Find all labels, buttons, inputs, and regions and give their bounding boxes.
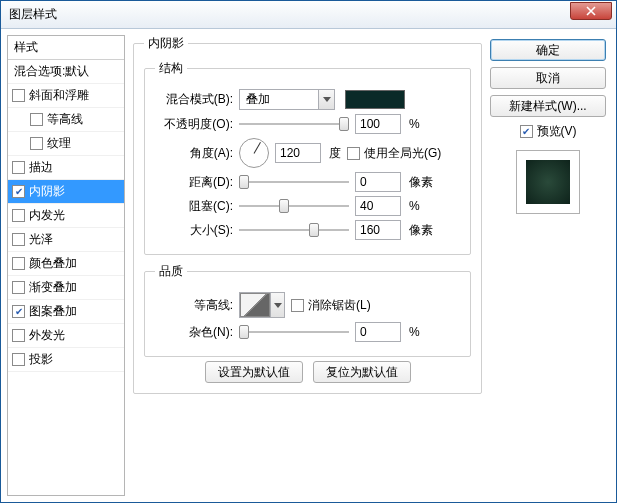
noise-label: 杂色(N): <box>155 324 233 341</box>
style-item-label: 颜色叠加 <box>29 255 77 272</box>
chevron-down-icon <box>270 293 284 317</box>
style-item[interactable]: 内阴影 <box>8 180 124 204</box>
contour-picker[interactable] <box>239 292 285 318</box>
style-item-label: 内发光 <box>29 207 65 224</box>
style-item[interactable]: 投影 <box>8 348 124 372</box>
layer-style-dialog: 图层样式 样式 混合选项:默认 斜面和浮雕等高线纹理描边内阴影内发光光泽颜色叠加… <box>0 0 617 503</box>
style-item-label: 描边 <box>29 159 53 176</box>
structure-legend: 结构 <box>155 60 187 77</box>
checkbox-icon <box>12 233 25 246</box>
right-column: 确定 取消 新建样式(W)... 预览(V) <box>490 35 610 496</box>
titlebar: 图层样式 <box>1 1 616 29</box>
opacity-unit: % <box>409 117 420 131</box>
styles-header: 样式 <box>8 36 124 60</box>
distance-slider[interactable] <box>239 174 349 190</box>
chevron-down-icon <box>318 90 334 109</box>
new-style-button[interactable]: 新建样式(W)... <box>490 95 606 117</box>
style-item-label: 等高线 <box>47 111 83 128</box>
style-item-label: 纹理 <box>47 135 71 152</box>
styles-list: 样式 混合选项:默认 斜面和浮雕等高线纹理描边内阴影内发光光泽颜色叠加渐变叠加图… <box>7 35 125 496</box>
panel-fieldset: 内阴影 结构 混合模式(B): 叠加 不透明度(O): <box>133 35 482 394</box>
opacity-input[interactable] <box>355 114 401 134</box>
checkbox-icon <box>12 185 25 198</box>
window-title: 图层样式 <box>9 6 57 23</box>
checkbox-icon <box>291 299 304 312</box>
checkbox-icon <box>12 281 25 294</box>
style-item-label: 光泽 <box>29 231 53 248</box>
structure-group: 结构 混合模式(B): 叠加 不透明度(O): % <box>144 60 471 255</box>
distance-input[interactable] <box>355 172 401 192</box>
blend-mode-label: 混合模式(B): <box>155 91 233 108</box>
angle-label: 角度(A): <box>155 145 233 162</box>
close-button[interactable] <box>570 2 612 20</box>
checkbox-icon <box>520 125 533 138</box>
cancel-button[interactable]: 取消 <box>490 67 606 89</box>
quality-group: 品质 等高线: 消除锯齿(L) 杂色(N): <box>144 263 471 357</box>
checkbox-icon <box>30 113 43 126</box>
style-item[interactable]: 内发光 <box>8 204 124 228</box>
choke-slider[interactable] <box>239 198 349 214</box>
style-item-label: 图案叠加 <box>29 303 77 320</box>
contour-thumb-icon <box>240 293 270 317</box>
checkbox-icon <box>12 329 25 342</box>
global-light-label: 使用全局光(G) <box>364 145 441 162</box>
style-item[interactable]: 颜色叠加 <box>8 252 124 276</box>
style-item[interactable]: 斜面和浮雕 <box>8 84 124 108</box>
checkbox-icon <box>12 257 25 270</box>
choke-label: 阻塞(C): <box>155 198 233 215</box>
checkbox-icon <box>12 305 25 318</box>
blend-options-label: 混合选项:默认 <box>14 63 89 80</box>
style-item[interactable]: 纹理 <box>8 132 124 156</box>
quality-legend: 品质 <box>155 263 187 280</box>
color-swatch[interactable] <box>345 90 405 109</box>
size-input[interactable] <box>355 220 401 240</box>
antialias-checkbox[interactable]: 消除锯齿(L) <box>291 297 371 314</box>
size-label: 大小(S): <box>155 222 233 239</box>
noise-input[interactable] <box>355 322 401 342</box>
style-item[interactable]: 描边 <box>8 156 124 180</box>
choke-input[interactable] <box>355 196 401 216</box>
opacity-slider[interactable] <box>239 116 349 132</box>
blend-mode-combo[interactable]: 叠加 <box>239 89 335 110</box>
preview-thumbnail <box>526 160 570 204</box>
make-default-button[interactable]: 设置为默认值 <box>205 361 303 383</box>
style-item-label: 投影 <box>29 351 53 368</box>
checkbox-icon <box>30 137 43 150</box>
size-slider[interactable] <box>239 222 349 238</box>
panel-title: 内阴影 <box>144 35 188 52</box>
blend-mode-value: 叠加 <box>240 91 318 108</box>
checkbox-icon <box>12 161 25 174</box>
opacity-label: 不透明度(O): <box>155 116 233 133</box>
choke-unit: % <box>409 199 420 213</box>
distance-label: 距离(D): <box>155 174 233 191</box>
ok-button[interactable]: 确定 <box>490 39 606 61</box>
angle-input[interactable] <box>275 143 321 163</box>
style-item-label: 渐变叠加 <box>29 279 77 296</box>
noise-unit: % <box>409 325 420 339</box>
checkbox-icon <box>12 209 25 222</box>
style-item[interactable]: 等高线 <box>8 108 124 132</box>
style-item[interactable]: 光泽 <box>8 228 124 252</box>
angle-dial[interactable] <box>239 138 269 168</box>
checkbox-icon <box>347 147 360 160</box>
style-item-label: 内阴影 <box>29 183 65 200</box>
antialias-label: 消除锯齿(L) <box>308 297 371 314</box>
style-item[interactable]: 渐变叠加 <box>8 276 124 300</box>
preview-label: 预览(V) <box>537 123 577 140</box>
preview-checkbox[interactable]: 预览(V) <box>490 123 606 140</box>
global-light-checkbox[interactable]: 使用全局光(G) <box>347 145 441 162</box>
close-icon <box>586 6 596 16</box>
checkbox-icon <box>12 89 25 102</box>
settings-panel: 内阴影 结构 混合模式(B): 叠加 不透明度(O): <box>125 35 490 496</box>
noise-slider[interactable] <box>239 324 349 340</box>
preview-box <box>516 150 580 214</box>
reset-default-button[interactable]: 复位为默认值 <box>313 361 411 383</box>
distance-unit: 像素 <box>409 174 433 191</box>
style-item[interactable]: 外发光 <box>8 324 124 348</box>
style-item[interactable]: 图案叠加 <box>8 300 124 324</box>
style-item-label: 外发光 <box>29 327 65 344</box>
size-unit: 像素 <box>409 222 433 239</box>
blend-options-row[interactable]: 混合选项:默认 <box>8 60 124 84</box>
checkbox-icon <box>12 353 25 366</box>
style-item-label: 斜面和浮雕 <box>29 87 89 104</box>
